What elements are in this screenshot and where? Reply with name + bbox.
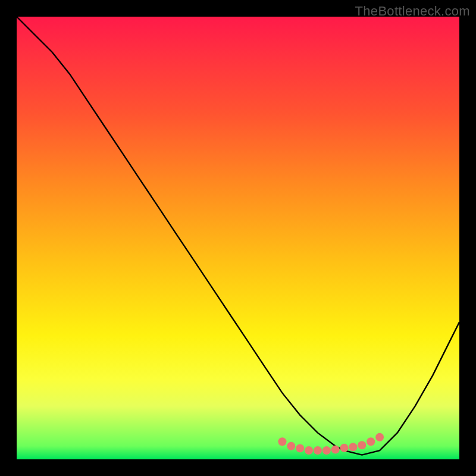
highlight-dot (340, 444, 349, 452)
chart-svg (17, 17, 459, 459)
highlight-dot (314, 446, 322, 455)
plot-area (17, 17, 459, 459)
highlight-dot (287, 442, 295, 450)
highlight-dot (305, 446, 313, 455)
highlight-dot (331, 446, 340, 454)
highlight-dots (278, 433, 384, 455)
highlight-dot (367, 437, 375, 446)
highlight-dot (349, 443, 357, 451)
curve-line (17, 17, 459, 455)
highlight-dot (296, 444, 304, 452)
chart-stage: TheBottleneck.com (0, 0, 476, 476)
highlight-dot (358, 441, 366, 449)
highlight-dot (322, 446, 331, 455)
highlight-dot (375, 433, 384, 441)
highlight-dot (278, 437, 286, 446)
